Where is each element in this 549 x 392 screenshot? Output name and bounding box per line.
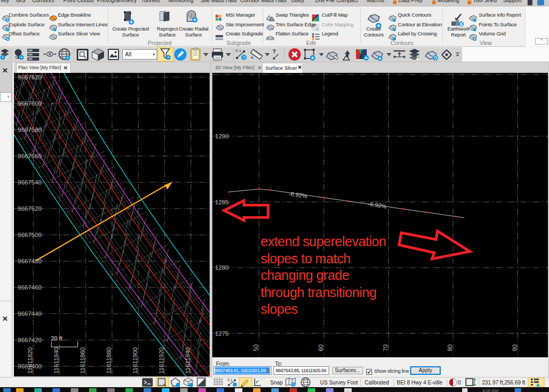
svg-text:1290: 1290 <box>215 133 229 139</box>
svg-text:9667480: 9667480 <box>18 258 42 264</box>
svg-text:1285: 1285 <box>215 199 229 205</box>
svg-text:20 ft: 20 ft <box>51 335 62 342</box>
svg-text:80: 80 <box>447 344 453 351</box>
svg-text:-6.92%: -6.92% <box>288 190 308 199</box>
svg-text:50: 50 <box>253 344 259 351</box>
svg-text:70: 70 <box>382 344 389 351</box>
svg-text:9667540: 9667540 <box>18 179 42 186</box>
svg-text:9667440: 9667440 <box>18 310 42 317</box>
svg-text:9667520: 9667520 <box>18 205 42 212</box>
svg-text:11611820: 11611820 <box>27 347 33 374</box>
svg-text:90: 90 <box>511 344 518 351</box>
svg-text:11611860: 11611860 <box>79 347 86 374</box>
svg-text:1280: 1280 <box>215 264 229 271</box>
svg-text:9667620: 9667620 <box>18 74 42 80</box>
svg-text:?: ? <box>272 48 276 55</box>
svg-text:9667420: 9667420 <box>18 337 42 343</box>
svg-text:9667600: 9667600 <box>18 100 42 107</box>
svg-text:9667580: 9667580 <box>18 127 42 133</box>
svg-text:?: ? <box>243 55 246 61</box>
svg-text:9667460: 9667460 <box>18 284 42 291</box>
svg-text:11611920: 11611920 <box>158 347 165 374</box>
svg-text:?: ? <box>292 383 294 387</box>
svg-text:9667500: 9667500 <box>18 232 42 238</box>
svg-text:11611900: 11611900 <box>132 347 138 374</box>
svg-text:11611940: 11611940 <box>184 347 191 374</box>
svg-text:60: 60 <box>317 344 324 351</box>
svg-text:-6.92%: -6.92% <box>368 201 387 210</box>
svg-text:0.1: 0.1 <box>235 48 242 53</box>
svg-text:0.1: 0.1 <box>227 378 233 382</box>
svg-text:1275: 1275 <box>215 330 229 337</box>
svg-text:9667560: 9667560 <box>18 153 42 159</box>
svg-text:11611840: 11611840 <box>53 347 60 374</box>
svg-text:11611880: 11611880 <box>106 347 112 374</box>
svg-text:*: * <box>167 55 169 61</box>
